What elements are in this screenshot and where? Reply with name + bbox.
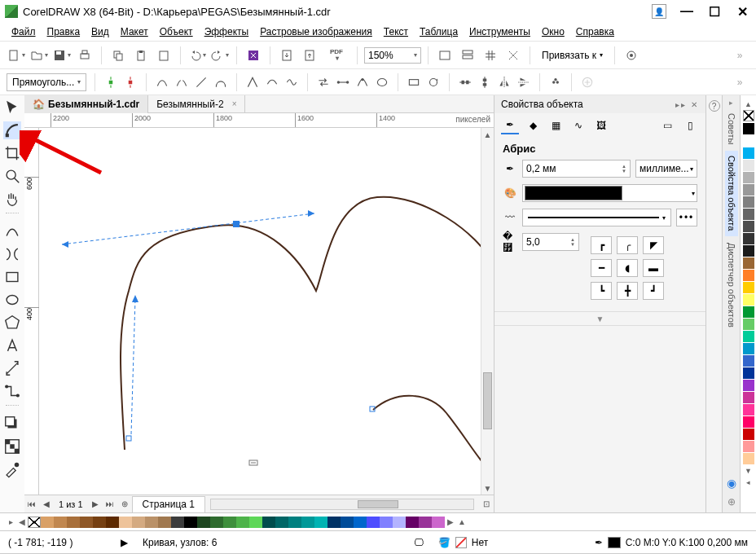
scroll-down-icon[interactable]: ▼ — [481, 481, 494, 495]
hpalette-expand-icon[interactable]: ▲ — [456, 517, 468, 526]
corner-bevel-button[interactable]: ◤ — [643, 236, 664, 254]
palette-down-icon[interactable]: ▼ — [745, 465, 752, 477]
scroll-up-icon[interactable]: ▲ — [481, 128, 494, 141]
publish-pdf-button[interactable]: PDF — [323, 46, 350, 65]
fill-indicator[interactable]: 🪣 Нет — [438, 537, 488, 548]
shape-tool[interactable] — [3, 121, 21, 139]
add-node-button[interactable] — [103, 75, 118, 90]
color-swatch[interactable] — [106, 517, 119, 528]
show-guidelines-button[interactable] — [503, 46, 523, 65]
search-content-button[interactable] — [244, 46, 263, 65]
color-swatch[interactable] — [419, 517, 432, 528]
delete-node-button[interactable] — [123, 75, 138, 90]
paste-button[interactable] — [131, 46, 151, 65]
user-account-icon[interactable]: 👤 — [652, 4, 666, 19]
select-all-nodes-button[interactable] — [580, 75, 595, 90]
docker-title[interactable]: Свойства объекта▸▸ ✕ — [494, 95, 705, 113]
save-button[interactable] — [52, 46, 72, 65]
crop-tool[interactable] — [3, 144, 21, 162]
elastic-mode-button[interactable] — [548, 75, 563, 90]
side-tab-hints[interactable]: Советы — [725, 108, 738, 149]
align-nodes-h-button[interactable] — [458, 75, 472, 90]
horizontal-scrollbar[interactable] — [210, 499, 474, 510]
eye-toggle-icon[interactable]: ◉ — [727, 477, 736, 490]
color-swatch[interactable] — [743, 135, 754, 147]
color-swatch[interactable] — [743, 282, 754, 293]
smooth-node-button[interactable] — [265, 75, 279, 90]
cap-square-button[interactable]: ▬ — [643, 259, 664, 277]
transparency-tab[interactable]: ▦ — [547, 117, 565, 134]
color-swatch[interactable] — [158, 517, 171, 528]
color-swatch[interactable] — [367, 517, 380, 528]
export-button[interactable] — [300, 46, 319, 65]
show-grid-button[interactable] — [481, 46, 500, 65]
color-swatch[interactable] — [743, 319, 754, 330]
color-swatch[interactable] — [54, 517, 67, 528]
curve-tab[interactable]: ∿ — [569, 117, 587, 134]
add-page-button[interactable]: ⊕ — [117, 497, 132, 512]
miter-limit-input[interactable]: 5,0▲▼ — [522, 233, 579, 251]
eyedropper-tool[interactable] — [3, 460, 21, 478]
hpalette-menu-icon[interactable]: ▸ — [5, 517, 16, 526]
palette-up-icon[interactable]: ▲ — [745, 99, 752, 110]
color-swatch[interactable] — [236, 517, 249, 528]
horizontal-ruler[interactable]: 2200 2000 1800 1600 1400 пикселей — [24, 113, 494, 128]
join-nodes-button[interactable] — [155, 75, 169, 90]
shape-preset-combo[interactable]: Прямоуголь... — [7, 73, 86, 91]
navigator-button[interactable]: ⊡ — [479, 497, 494, 512]
color-swatch[interactable] — [743, 196, 754, 208]
ellipse-tool[interactable] — [3, 291, 21, 309]
color-swatch[interactable] — [171, 517, 184, 528]
corner-round-button[interactable]: ╭ — [617, 236, 638, 254]
align-nodes-v-button[interactable] — [477, 75, 492, 90]
rectangle-tool[interactable] — [3, 268, 21, 286]
text-tool[interactable] — [3, 336, 21, 354]
color-swatch[interactable] — [380, 517, 393, 528]
menu-tools[interactable]: Инструменты — [469, 26, 530, 37]
drawing-canvas[interactable] — [39, 128, 481, 495]
propbar-overflow[interactable]: » — [730, 73, 749, 92]
color-swatch[interactable] — [743, 209, 754, 220]
menu-edit[interactable]: Правка — [47, 26, 81, 37]
position-outside-button[interactable]: ┗ — [591, 282, 612, 300]
outline-units-combo[interactable]: миллиме... — [635, 160, 697, 178]
doc-tab-1[interactable]: 🏠 Безымянный-1.cdr — [24, 95, 148, 113]
convert-line-button[interactable] — [194, 75, 209, 90]
menu-layout[interactable]: Макет — [121, 26, 148, 37]
undo-button[interactable] — [187, 46, 207, 65]
page-tab-1[interactable]: Страница 1 — [132, 496, 205, 512]
next-page-button[interactable]: ▶ — [88, 497, 103, 512]
color-swatch[interactable] — [327, 517, 341, 528]
color-swatch[interactable] — [743, 221, 754, 232]
reverse-direction-button[interactable] — [316, 75, 331, 90]
open-button[interactable] — [29, 46, 49, 65]
color-swatch[interactable] — [743, 123, 754, 134]
color-swatch[interactable] — [249, 517, 262, 528]
menu-text[interactable]: Текст — [384, 26, 408, 37]
position-center-button[interactable]: ╋ — [617, 282, 638, 300]
menu-window[interactable]: Окно — [542, 26, 565, 37]
color-swatch[interactable] — [743, 147, 754, 159]
color-swatch[interactable] — [743, 306, 754, 318]
color-swatch[interactable] — [432, 517, 445, 528]
color-swatch[interactable] — [223, 517, 236, 528]
color-swatch[interactable] — [743, 257, 754, 269]
color-swatch[interactable] — [145, 517, 158, 528]
menu-bitmaps[interactable]: Растровые изображения — [260, 26, 372, 37]
pin-icon[interactable]: ▸ — [729, 99, 733, 107]
reflect-v-button[interactable] — [516, 75, 531, 90]
color-swatch[interactable] — [743, 233, 754, 244]
line-style-combo[interactable]: ▾ — [522, 209, 671, 226]
doc-tab-2[interactable]: Безымянный-2× — [148, 95, 245, 113]
outline-indicator[interactable]: ✒ C:0 M:0 Y:0 K:100 0,200 мм — [595, 537, 748, 548]
maximize-button[interactable]: ☐ — [705, 4, 723, 19]
color-swatch[interactable] — [406, 517, 419, 528]
color-swatch[interactable] — [197, 517, 210, 528]
add-docker-icon[interactable]: ⊕ — [727, 491, 736, 512]
color-swatch[interactable] — [743, 416, 754, 428]
connector-tool[interactable] — [3, 382, 21, 400]
position-inside-button[interactable]: ┛ — [643, 282, 664, 300]
toolbar-overflow[interactable]: » — [730, 46, 749, 65]
menu-help[interactable]: Справка — [576, 26, 614, 37]
snap-to-button[interactable]: Привязать к — [537, 46, 608, 64]
